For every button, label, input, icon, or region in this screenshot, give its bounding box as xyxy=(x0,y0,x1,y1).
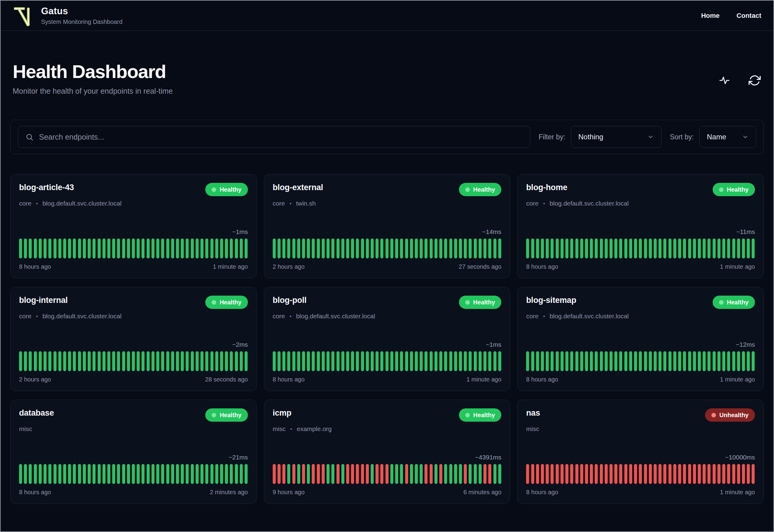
sort-select[interactable]: Name xyxy=(699,126,756,148)
filter-select[interactable]: Nothing xyxy=(571,126,662,148)
status-bar[interactable] xyxy=(322,464,325,484)
status-bar[interactable] xyxy=(546,238,549,258)
status-bar[interactable] xyxy=(240,351,243,371)
status-bar[interactable] xyxy=(210,238,213,258)
status-bar[interactable] xyxy=(570,351,573,371)
status-bar[interactable] xyxy=(63,351,66,371)
status-bar[interactable] xyxy=(58,238,61,258)
status-bar[interactable] xyxy=(737,238,740,258)
status-bar[interactable] xyxy=(430,238,433,258)
status-bar[interactable] xyxy=(220,351,223,371)
status-bar[interactable] xyxy=(742,464,745,484)
status-bar[interactable] xyxy=(747,238,750,258)
status-bar[interactable] xyxy=(98,351,101,371)
status-bar[interactable] xyxy=(215,464,218,484)
status-bar[interactable] xyxy=(58,464,61,484)
status-bar[interactable] xyxy=(385,464,389,484)
status-bar[interactable] xyxy=(659,351,662,371)
status-bar[interactable] xyxy=(713,238,716,258)
status-bar[interactable] xyxy=(83,464,86,484)
status-bar[interactable] xyxy=(117,351,120,371)
status-bar[interactable] xyxy=(331,238,334,258)
status-bar[interactable] xyxy=(78,238,81,258)
status-bar[interactable] xyxy=(536,464,539,484)
status-bar[interactable] xyxy=(703,351,706,371)
status-bar[interactable] xyxy=(747,464,750,484)
status-bar[interactable] xyxy=(424,238,428,258)
status-bar[interactable] xyxy=(346,351,349,371)
status-bar[interactable] xyxy=(137,238,140,258)
status-bar[interactable] xyxy=(551,464,554,484)
status-bar[interactable] xyxy=(395,238,398,258)
status-bar[interactable] xyxy=(634,238,637,258)
status-bar[interactable] xyxy=(107,351,110,371)
status-bar[interactable] xyxy=(230,238,233,258)
status-bar[interactable] xyxy=(54,351,57,371)
status-bar[interactable] xyxy=(273,238,276,258)
status-bar[interactable] xyxy=(98,238,101,258)
status-bar[interactable] xyxy=(742,351,745,371)
status-bar[interactable] xyxy=(210,351,213,371)
status-bar[interactable] xyxy=(54,464,57,484)
status-bar[interactable] xyxy=(698,238,701,258)
status-bar[interactable] xyxy=(297,351,300,371)
status-bar[interactable] xyxy=(44,351,47,371)
status-bar[interactable] xyxy=(551,351,554,371)
status-bar[interactable] xyxy=(439,464,442,484)
status-bar[interactable] xyxy=(541,351,544,371)
status-bar[interactable] xyxy=(479,351,482,371)
status-bar[interactable] xyxy=(166,464,169,484)
status-bar[interactable] xyxy=(351,464,354,484)
status-bar[interactable] xyxy=(659,464,662,484)
status-bar[interactable] xyxy=(619,464,622,484)
status-bar[interactable] xyxy=(380,464,383,484)
status-bar[interactable] xyxy=(449,351,452,371)
status-bar[interactable] xyxy=(585,238,588,258)
status-bar[interactable] xyxy=(610,464,613,484)
status-bar[interactable] xyxy=(156,238,159,258)
status-bar[interactable] xyxy=(541,238,544,258)
status-bar[interactable] xyxy=(390,351,393,371)
endpoint-card[interactable]: blog-home Healthy core blog.default.svc.… xyxy=(517,174,764,278)
status-bar[interactable] xyxy=(649,464,652,484)
status-bar[interactable] xyxy=(171,464,174,484)
status-bar[interactable] xyxy=(127,238,130,258)
status-bar[interactable] xyxy=(707,238,711,258)
status-bar[interactable] xyxy=(141,238,145,258)
status-bar[interactable] xyxy=(420,351,423,371)
status-bar[interactable] xyxy=(536,351,539,371)
status-bar[interactable] xyxy=(346,464,349,484)
status-bar[interactable] xyxy=(307,351,310,371)
status-bar[interactable] xyxy=(614,351,617,371)
status-bar[interactable] xyxy=(693,464,696,484)
status-bar[interactable] xyxy=(68,351,71,371)
status-bar[interactable] xyxy=(361,238,364,258)
status-bar[interactable] xyxy=(132,238,135,258)
status-bar[interactable] xyxy=(302,238,305,258)
status-bar[interactable] xyxy=(137,464,140,484)
status-bar[interactable] xyxy=(171,351,174,371)
status-bar[interactable] xyxy=(376,238,379,258)
status-bar[interactable] xyxy=(546,351,549,371)
status-bar[interactable] xyxy=(220,238,223,258)
status-bar[interactable] xyxy=(88,238,91,258)
status-bar[interactable] xyxy=(225,464,228,484)
status-bar[interactable] xyxy=(395,464,398,484)
status-bar[interactable] xyxy=(474,351,477,371)
status-bar[interactable] xyxy=(459,464,462,484)
status-bar[interactable] xyxy=(717,238,720,258)
status-bar[interactable] xyxy=(415,351,418,371)
status-bar[interactable] xyxy=(693,351,696,371)
status-bar[interactable] xyxy=(366,238,369,258)
status-bar[interactable] xyxy=(292,464,295,484)
status-bar[interactable] xyxy=(88,351,91,371)
status-bar[interactable] xyxy=(703,238,706,258)
status-bar[interactable] xyxy=(649,238,652,258)
status-bar[interactable] xyxy=(127,464,130,484)
status-bar[interactable] xyxy=(78,464,81,484)
status-bar[interactable] xyxy=(585,464,588,484)
status-bar[interactable] xyxy=(400,238,403,258)
status-bar[interactable] xyxy=(337,464,340,484)
status-bar[interactable] xyxy=(624,351,627,371)
status-bar[interactable] xyxy=(614,238,617,258)
